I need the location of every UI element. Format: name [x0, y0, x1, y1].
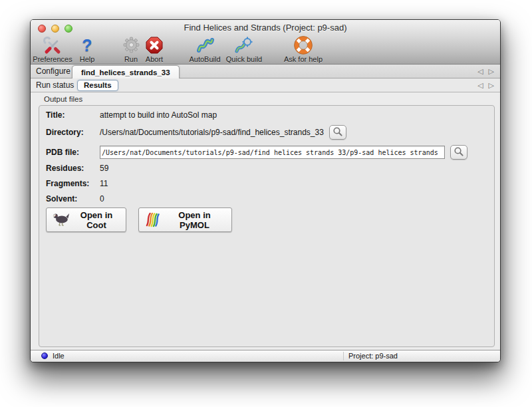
- tabrow-configure: Configure find_helices_strands_33 ◁ ▷: [31, 65, 500, 78]
- directory-row: Directory: /Users/nat/Documents/tutorial…: [46, 124, 346, 140]
- title-value: attempt to build into AutoSol map: [100, 110, 217, 120]
- output-files-groupbox: Title: attempt to build into AutoSol map…: [39, 105, 495, 347]
- scroll-right-icon[interactable]: ▷: [489, 78, 494, 92]
- pymol-ribbon-icon: [144, 211, 161, 229]
- toolbar-button-help[interactable]: ? Help: [74, 36, 100, 64]
- results-panel: Output files Title: attempt to build int…: [31, 92, 500, 350]
- title-row: Title: attempt to build into AutoSol map: [46, 108, 217, 122]
- open-in-pymol-button[interactable]: Open in PyMOL: [138, 207, 232, 232]
- toolbar-label: Preferences: [31, 55, 74, 63]
- solvent-row: Solvent: 0: [46, 193, 104, 205]
- quickbuild-icon: [219, 36, 269, 55]
- open-in-coot-label: Open in Coot: [76, 210, 117, 230]
- status-indicator-icon: [41, 352, 48, 359]
- toolbar-button-preferences[interactable]: Preferences: [31, 36, 74, 64]
- solvent-label: Solvent:: [46, 194, 100, 204]
- open-in-coot-button[interactable]: Open in Coot: [46, 207, 126, 232]
- question-icon: ?: [74, 36, 100, 55]
- tab-scroll-arrows: ◁ ▷: [477, 65, 494, 78]
- lifebuoy-icon: [275, 36, 331, 55]
- toolbar-label: Help: [74, 55, 100, 63]
- toolbar-button-abort[interactable]: Abort: [140, 36, 169, 64]
- toolbar-button-ask-for-help[interactable]: Ask for help: [275, 36, 331, 64]
- directory-browse-button[interactable]: [329, 125, 346, 140]
- tab-configure[interactable]: Configure: [31, 65, 76, 78]
- app-window: Find Helices and Strands (Project: p9-sa…: [30, 19, 501, 362]
- scroll-right-icon[interactable]: ▷: [489, 65, 494, 78]
- scroll-left-icon[interactable]: ◁: [477, 65, 483, 78]
- tab-scroll-arrows: ◁ ▷: [477, 78, 494, 92]
- toolbar-button-quickbuild[interactable]: Quick build: [219, 36, 269, 64]
- magnifier-icon: [454, 146, 464, 159]
- groupbox-caption: Output files: [44, 95, 82, 103]
- project-label: Project: p9-sad: [317, 352, 430, 360]
- magnifier-icon: [332, 126, 343, 139]
- tabrow-results: Run status Results ◁ ▷: [31, 78, 500, 92]
- toolbar-label: Quick build: [219, 55, 269, 63]
- fragments-label: Fragments:: [46, 179, 100, 188]
- toolbar-label: Ask for help: [275, 55, 331, 63]
- status-text: Idle: [53, 352, 65, 360]
- solvent-value: 0: [100, 194, 104, 204]
- pdb-file-browse-button[interactable]: [450, 145, 467, 160]
- tab-run-status[interactable]: Run status: [31, 78, 79, 92]
- toolbar-label: Abort: [140, 55, 169, 63]
- fragments-row: Fragments: 11: [46, 178, 108, 190]
- title-label: Title:: [46, 110, 100, 120]
- tools-icon: [31, 36, 74, 55]
- fragments-value: 11: [100, 179, 108, 188]
- residues-row: Residues: 59: [46, 162, 108, 174]
- directory-value: /Users/nat/Documents/tutorials/p9-sad/fi…: [100, 128, 324, 137]
- window-title: Find Helices and Strands (Project: p9-sa…: [31, 23, 500, 33]
- open-buttons-row: Open in Coot: [46, 207, 232, 232]
- open-in-pymol-label: Open in PyMOL: [166, 210, 223, 230]
- directory-label: Directory:: [46, 128, 100, 137]
- residues-value: 59: [100, 164, 108, 173]
- residues-label: Residues:: [46, 164, 100, 173]
- tab-results[interactable]: Results: [77, 80, 118, 91]
- titlebar-toolbar: Find Helices and Strands (Project: p9-sa…: [31, 20, 500, 65]
- coot-bird-icon: [52, 211, 70, 229]
- tab-find-helices-strands-33[interactable]: find_helices_strands_33: [72, 65, 180, 78]
- pdb-file-input[interactable]: [100, 146, 445, 159]
- scroll-left-icon[interactable]: ◁: [477, 78, 483, 92]
- status-bar: Idle Project: p9-sad: [31, 350, 500, 362]
- abort-icon: [140, 36, 169, 55]
- pdb-file-label: PDB file:: [46, 148, 100, 157]
- pdb-file-row: PDB file:: [46, 144, 467, 160]
